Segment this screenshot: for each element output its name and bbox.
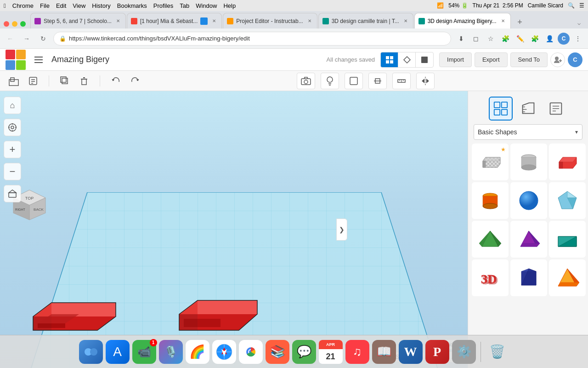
ruler-btn[interactable] bbox=[392, 73, 411, 89]
user-avatar[interactable]: C bbox=[568, 52, 582, 67]
shape-pyramid-purple[interactable] bbox=[510, 221, 547, 258]
shape-text-red[interactable]: 3D 3D bbox=[472, 259, 509, 296]
menu-view[interactable]: View bbox=[73, 2, 85, 9]
dock-chrome[interactable] bbox=[239, 340, 263, 364]
mirror-btn[interactable] bbox=[416, 73, 435, 89]
shape-crystal[interactable] bbox=[549, 182, 586, 219]
shape-sphere-blue[interactable] bbox=[510, 182, 547, 219]
tab-5-close[interactable]: ✕ bbox=[499, 17, 507, 25]
undo-btn[interactable] bbox=[107, 73, 124, 89]
shape-cylinder-orange[interactable] bbox=[472, 182, 509, 219]
duplicate-btn[interactable] bbox=[57, 73, 73, 89]
star-icon[interactable]: ☆ bbox=[484, 32, 497, 45]
export-button[interactable]: Export bbox=[475, 52, 508, 67]
menu-history[interactable]: History bbox=[92, 2, 110, 9]
shape-outline-btn[interactable] bbox=[345, 73, 363, 89]
maximize-window-btn[interactable] bbox=[20, 21, 26, 27]
tab-4-close[interactable]: ✕ bbox=[402, 17, 409, 25]
menu-bookmarks[interactable]: Bookmarks bbox=[117, 2, 147, 9]
new-tab-button[interactable]: + bbox=[514, 16, 526, 29]
hamburger-menu[interactable] bbox=[31, 52, 46, 67]
viewport[interactable]: TOP BACK RIGHT ⌂ + − bbox=[0, 91, 468, 368]
new-workplane-btn[interactable] bbox=[6, 73, 22, 89]
tab-4[interactable]: 3D design camille train | T... ✕ bbox=[318, 13, 413, 29]
menu-file[interactable]: File bbox=[40, 2, 50, 9]
add-user-button[interactable] bbox=[550, 52, 565, 67]
dock-appstore[interactable]: A bbox=[106, 340, 130, 364]
dock-siri[interactable]: 🎙️ bbox=[159, 340, 183, 364]
shape-box-red[interactable] bbox=[549, 144, 586, 180]
download-icon[interactable]: ⬇ bbox=[455, 32, 468, 45]
dock-messages[interactable]: 💬 bbox=[292, 340, 316, 364]
dock-powerpoint[interactable]: P bbox=[425, 340, 449, 364]
reload-button[interactable]: ↻ bbox=[37, 32, 50, 45]
notification-icon[interactable]: ☰ bbox=[579, 2, 584, 9]
dock-books2[interactable]: 📖 bbox=[372, 340, 396, 364]
sendto-button[interactable]: Send To bbox=[510, 52, 548, 67]
pen-icon[interactable]: ✏️ bbox=[514, 32, 526, 45]
dock-word[interactable]: W bbox=[399, 340, 423, 364]
delete-btn[interactable] bbox=[76, 73, 92, 89]
back-button[interactable]: ← bbox=[4, 32, 17, 45]
profile-icon[interactable]: 👤 bbox=[543, 32, 556, 45]
menu-tab[interactable]: Tab bbox=[180, 2, 189, 9]
puzzle-icon[interactable]: 🧩 bbox=[528, 32, 541, 45]
cast-icon[interactable]: ◻ bbox=[469, 32, 482, 45]
chrome-profile-avatar[interactable]: C bbox=[558, 33, 570, 45]
extension-icon[interactable]: 🧩 bbox=[499, 32, 512, 45]
shape-prism-navy[interactable] bbox=[510, 259, 547, 296]
shape-pyramid-yellow[interactable] bbox=[549, 259, 586, 296]
tab-5-active[interactable]: 3D design Amazing Bigery... ✕ bbox=[414, 13, 511, 29]
tab-1[interactable]: Step 5, 6, and 7 | Schoolo... ✕ bbox=[30, 13, 126, 29]
dock-facetime[interactable]: 📹 1 bbox=[132, 340, 156, 364]
panel-collapse-button[interactable]: ❯ bbox=[336, 218, 347, 241]
search-icon[interactable]: 🔍 bbox=[568, 2, 575, 9]
align-btn[interactable] bbox=[368, 73, 387, 89]
menu-profiles[interactable]: Profiles bbox=[153, 2, 173, 9]
new-note-btn[interactable] bbox=[25, 73, 41, 89]
panel-tab-note[interactable] bbox=[544, 97, 568, 121]
shape-pyramid-green[interactable] bbox=[472, 221, 509, 258]
shape-wedge-teal[interactable] bbox=[549, 221, 586, 258]
import-button[interactable]: Import bbox=[439, 52, 472, 67]
menu-window[interactable]: Window bbox=[196, 2, 217, 9]
tab-3[interactable]: Project Editor - Instructab... ✕ bbox=[223, 13, 317, 29]
dock-calendar[interactable]: APR 21 bbox=[319, 340, 343, 364]
menu-icon[interactable]: ⋮ bbox=[571, 32, 584, 45]
tab-3-close[interactable]: ✕ bbox=[306, 17, 313, 25]
dock-music[interactable]: ♫ bbox=[345, 340, 369, 364]
zoom-in-tool[interactable]: + bbox=[4, 141, 21, 158]
address-bar[interactable]: 🔒 https://www.tinkercad.com/things/bsdVX… bbox=[53, 32, 451, 46]
menu-help[interactable]: Help bbox=[223, 2, 236, 9]
select-tool[interactable] bbox=[4, 119, 21, 136]
close-window-btn[interactable] bbox=[4, 21, 9, 27]
dock-safari[interactable] bbox=[212, 340, 236, 364]
redo-btn[interactable] bbox=[127, 73, 143, 89]
tinkercad-logo[interactable] bbox=[6, 50, 26, 70]
menu-chrome[interactable]: Chrome bbox=[12, 2, 34, 9]
menu-edit[interactable]: Edit bbox=[56, 2, 66, 9]
camera-btn[interactable] bbox=[297, 73, 315, 89]
cube-nav-tool[interactable] bbox=[4, 185, 21, 202]
tab-2[interactable]: [1 hour] Mia & Sebast... ✕ bbox=[127, 13, 222, 29]
grid-view-btn[interactable] bbox=[381, 52, 398, 67]
apple-menu[interactable]:  bbox=[4, 2, 6, 9]
minimize-window-btn[interactable] bbox=[12, 21, 17, 27]
dock-system-prefs[interactable]: ⚙️ bbox=[452, 340, 476, 364]
panel-tab-grid[interactable] bbox=[489, 97, 513, 121]
shape-cylinder-gray[interactable] bbox=[510, 144, 547, 180]
panel-tab-ruler[interactable] bbox=[516, 97, 540, 121]
dock-photos[interactable]: 🌈 bbox=[186, 340, 209, 364]
wire-view-btn[interactable] bbox=[398, 52, 416, 67]
solid-view-btn[interactable] bbox=[416, 52, 433, 67]
dock-books[interactable]: 📚 bbox=[266, 340, 289, 364]
tab-2-close[interactable]: ✕ bbox=[210, 17, 218, 25]
bulb-btn[interactable] bbox=[321, 73, 339, 89]
forward-button[interactable]: → bbox=[20, 32, 33, 45]
dock-finder[interactable] bbox=[79, 340, 103, 364]
shapes-category-select[interactable]: Basic Shapes Geometric Text and Numbers … bbox=[474, 124, 582, 140]
tab-1-close[interactable]: ✕ bbox=[114, 17, 122, 25]
tab-overflow-button[interactable]: ⌵ bbox=[573, 17, 584, 29]
dock-trash[interactable]: 🗑️ bbox=[486, 340, 509, 364]
home-tool[interactable]: ⌂ bbox=[4, 97, 21, 114]
